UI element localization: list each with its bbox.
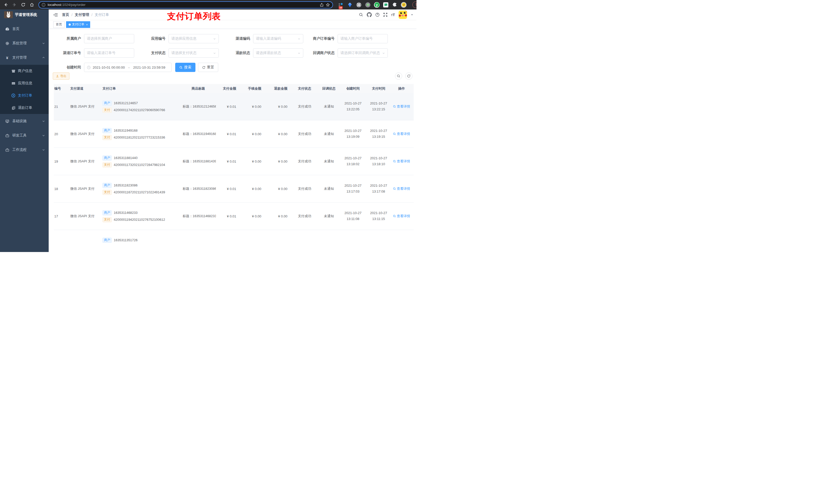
sidebar-item-system[interactable]: 系统管理 (0, 36, 49, 50)
show-search-toggle-button[interactable] (395, 72, 402, 80)
close-tab-icon[interactable]: × (86, 23, 88, 26)
sidebar-collapse-icon[interactable] (53, 13, 58, 17)
refresh-table-button[interactable] (405, 72, 412, 80)
reset-button[interactable]: 重置 (198, 63, 218, 72)
order-actions-cell: 查看详情 (389, 214, 414, 218)
sidebar-item-workflow[interactable]: 工作流程 (0, 143, 49, 157)
filter-label-pay-status: 支付状态 (137, 51, 169, 55)
search-icon[interactable] (359, 13, 363, 17)
dashboard-icon (5, 27, 9, 31)
notify-status-select[interactable]: 请选择订单回调商户状态 (338, 48, 388, 57)
sidebar-item-pay[interactable]: ¥ 支付管理 (0, 50, 49, 65)
order-id: 18 (54, 187, 64, 191)
help-icon[interactable] (375, 13, 380, 17)
view-detail-link[interactable]: 查看详情 (393, 104, 410, 109)
refund-status-select[interactable]: 请选择退款状态 (253, 48, 303, 57)
date-start: 2021-10-01 00:00:00 (93, 66, 125, 69)
chat-extension-icon[interactable] (383, 2, 388, 8)
document-copy-icon (11, 106, 15, 110)
smiley-profile-icon[interactable] (401, 2, 406, 8)
share-icon[interactable] (320, 3, 324, 7)
merchant-order-no: 1635311823086 (114, 183, 138, 187)
order-amount: ¥ 0.01 (216, 160, 238, 163)
bookmark-star-icon[interactable] (326, 3, 330, 7)
github-icon[interactable] (367, 12, 372, 17)
merchant-order-no: 1635311881440 (114, 156, 138, 160)
sidebar-item-pay-order[interactable]: ¥ 支付订单 (0, 89, 49, 102)
create-time-range-picker[interactable]: 2021-10-01 00:00:00 - 2021-10-31 23:59:5… (84, 63, 172, 72)
yen-circle-icon: ¥ (11, 94, 15, 98)
browser-home-icon[interactable] (28, 1, 35, 8)
pay-status-select[interactable]: 请选择支付状态 (169, 48, 219, 57)
view-detail-link[interactable]: 查看详情 (393, 131, 410, 136)
order-channel: 微信 JSAPI 支付 (64, 131, 96, 136)
chevron-up-icon (42, 56, 45, 59)
recorder-extension-icon[interactable] (365, 2, 371, 8)
y-extension-icon[interactable]: y (374, 2, 380, 8)
sidebar-item-label: 退款订单 (18, 105, 32, 110)
pay-order-no: 4200001194202110276752100612 (114, 218, 165, 221)
chevron-down-icon (42, 134, 45, 137)
app-select[interactable]: 请选择应用信息 (169, 34, 219, 43)
logo-bar[interactable]: 芋道管理系统 (0, 9, 49, 20)
font-size-icon[interactable]: TT (391, 13, 395, 17)
avatar[interactable] (399, 10, 407, 19)
breadcrumb-current: 支付订单 (95, 13, 109, 17)
puzzle-extensions-icon[interactable] (392, 2, 398, 8)
view-detail-link[interactable]: 查看详情 (393, 159, 410, 164)
shop-icon (11, 69, 15, 73)
sidebar-item-home[interactable]: 首页 (0, 22, 49, 36)
col-channel: 支付渠道 (64, 86, 96, 91)
command-extension-icon[interactable] (356, 2, 362, 8)
merchant-tag: 商户 (102, 128, 112, 133)
page-title-annotation: 支付订单列表 (167, 10, 221, 22)
merchant-order-no-input[interactable]: 请输入商户订单编号 (338, 34, 388, 43)
browser-forward-icon[interactable] (11, 1, 18, 8)
browser-update-button[interactable]: 更新 (412, 2, 416, 8)
site-info-icon[interactable] (42, 3, 46, 7)
browser-back-icon[interactable] (2, 1, 9, 8)
sidebar-item-devtools[interactable]: 研发工具 (0, 128, 49, 143)
view-detail-link[interactable]: 查看详情 (393, 187, 410, 191)
breadcrumb-home[interactable]: 首页 (62, 13, 69, 17)
breadcrumb-pay[interactable]: 支付管理 (75, 13, 89, 17)
main-area: 首页 / 支付管理 / 支付订单 支付订单列表 (49, 9, 416, 252)
search-button[interactable]: 搜索 (175, 63, 195, 72)
tag-manager-extension-icon[interactable]: 10 (338, 2, 344, 8)
sidebar-item-label: 系统管理 (12, 41, 27, 46)
channel-code-select[interactable]: 请输入渠道编码 (253, 34, 303, 43)
sidebar-item-refund-order[interactable]: 退款订单 (0, 102, 49, 114)
order-created-time: 2021-10-2713:22:05 (338, 101, 368, 113)
order-title: 标题：1635311823086 (181, 187, 216, 191)
order-numbers-cell: 商户 1635312124657 支付 42000011742021102780… (96, 101, 181, 113)
order-status: 支付成功 (289, 187, 320, 191)
view-detail-link[interactable]: 查看详情 (393, 214, 410, 218)
channel-order-no-input[interactable]: 请输入渠道订单号 (84, 48, 134, 57)
order-status: 支付成功 (289, 131, 320, 136)
user-menu-caret-icon[interactable] (411, 13, 413, 16)
order-channel: 微信 JSAPI 支付 (64, 214, 96, 218)
export-button[interactable]: 导出 (53, 72, 69, 80)
url-text[interactable]: localhost:1024/pay/order (48, 3, 318, 7)
filter-label-refund-status: 退款状态 (222, 51, 253, 55)
pay-tag: 支付 (102, 162, 112, 167)
tab-home[interactable]: 首页 (53, 21, 65, 28)
sidebar-item-app-info[interactable]: 应用信息 (0, 77, 49, 89)
sidebar-item-infra[interactable]: 基础设施 (0, 114, 49, 128)
order-channel: 微信 JSAPI 支付 (64, 159, 96, 164)
sidebar-item-merchant-info[interactable]: 商户信息 (0, 65, 49, 77)
order-id: 21 (54, 105, 64, 109)
order-numbers-cell: 商户 1635311468233 支付 42000011942021102767… (96, 210, 181, 222)
browser-reload-icon[interactable] (20, 1, 27, 8)
gem-extension-icon[interactable] (347, 2, 353, 8)
merchant-tag: 商户 (102, 238, 112, 243)
fullscreen-icon[interactable] (383, 13, 387, 17)
col-notify: 回调状态 (320, 86, 338, 91)
tab-pay-order[interactable]: 支付订单 × (66, 21, 90, 28)
order-created-time (338, 241, 368, 247)
chevron-down-icon (213, 38, 216, 40)
order-created-time: 2021-10-2713:17:03 (338, 183, 368, 195)
sidebar-menu: 首页 系统管理 ¥ 支付管理 商户信息 (0, 20, 49, 157)
url-bar[interactable]: localhost:1024/pay/order (39, 1, 333, 8)
merchant-select[interactable]: 请选择所属商户 (84, 34, 134, 43)
